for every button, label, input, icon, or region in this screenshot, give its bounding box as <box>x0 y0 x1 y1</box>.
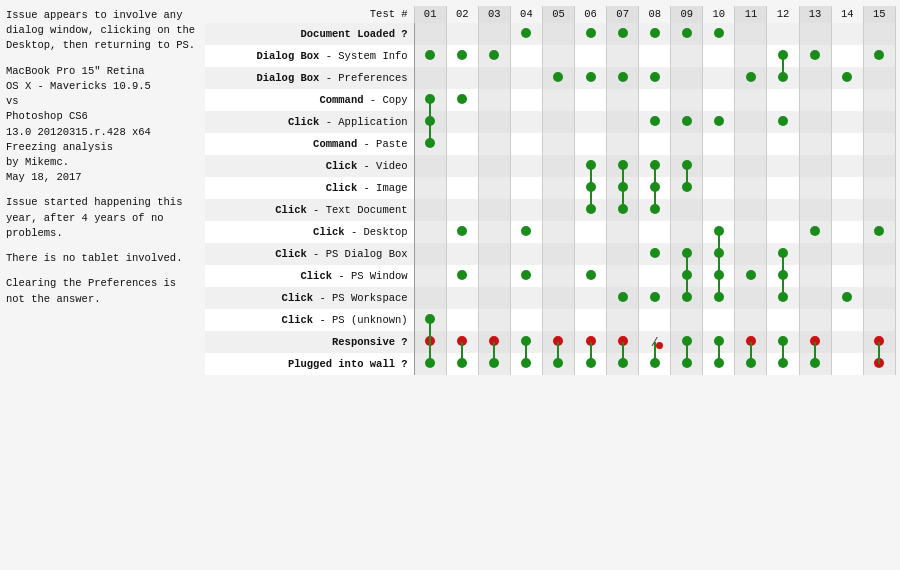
cell-r12-c3 <box>510 287 542 309</box>
cell-r10-c2 <box>478 243 510 265</box>
cell-r9-c0 <box>414 221 446 243</box>
cell-r11-c13 <box>831 265 863 287</box>
cell-r11-c7 <box>639 265 671 287</box>
table-row: Click - PS Window <box>205 265 896 287</box>
cell-r6-c14 <box>863 155 895 177</box>
cell-r4-c1 <box>446 111 478 133</box>
cell-r9-c4 <box>542 221 574 243</box>
cell-r13-c8 <box>671 309 703 331</box>
table-row: Command - Copy <box>205 89 896 111</box>
cell-r10-c3 <box>510 243 542 265</box>
cell-r12-c1 <box>446 287 478 309</box>
table-row: Command - Paste <box>205 133 896 155</box>
cell-r11-c3 <box>510 265 542 287</box>
cell-r11-c6 <box>607 265 639 287</box>
cell-r1-c6 <box>607 45 639 67</box>
column-header-row: Test # 010203040506070809101112131415 <box>205 6 896 23</box>
cell-r7-c13 <box>831 177 863 199</box>
cell-r12-c0 <box>414 287 446 309</box>
green-dot <box>457 50 467 60</box>
connector-line <box>654 188 656 210</box>
row-label-4: Click - Application <box>205 111 414 133</box>
row-label-14: Responsive ? <box>205 331 414 353</box>
issue-note: Issue started happening this year, after… <box>6 195 199 241</box>
row-label-5: Command - Paste <box>205 133 414 155</box>
col-header-14: 14 <box>831 6 863 23</box>
cell-r0-c2 <box>478 23 510 45</box>
cell-r4-c12 <box>799 111 831 133</box>
cell-r2-c8 <box>671 67 703 89</box>
cell-r1-c4 <box>542 45 574 67</box>
cell-r4-c2 <box>478 111 510 133</box>
connector-line <box>750 342 752 364</box>
cell-r8-c12 <box>799 199 831 221</box>
cell-r13-c6 <box>607 309 639 331</box>
cell-r5-c5 <box>575 133 607 155</box>
table-body: Document Loaded ?Dialog Box - System Inf… <box>205 23 896 375</box>
cell-r13-c13 <box>831 309 863 331</box>
green-dot <box>650 28 660 38</box>
col-header-05: 05 <box>542 6 574 23</box>
data-table: Test # 010203040506070809101112131415 Do… <box>205 6 896 375</box>
cell-r5-c11 <box>767 133 799 155</box>
cell-r13-c4 <box>542 309 574 331</box>
cell-r0-c0 <box>414 23 446 45</box>
green-dot <box>874 226 884 236</box>
cell-r6-c1 <box>446 155 478 177</box>
green-dot <box>650 116 660 126</box>
cell-r9-c7 <box>639 221 671 243</box>
cell-r5-c7 <box>639 133 671 155</box>
table-row: Click - PS Dialog Box <box>205 243 896 265</box>
cell-r1-c5 <box>575 45 607 67</box>
cell-r6-c3 <box>510 155 542 177</box>
col-header-07: 07 <box>607 6 639 23</box>
row-label-7: Click - Image <box>205 177 414 199</box>
cell-r3-c1 <box>446 89 478 111</box>
cell-r11-c14 <box>863 265 895 287</box>
green-dot <box>682 116 692 126</box>
green-dot <box>521 28 531 38</box>
cell-r5-c9 <box>703 133 735 155</box>
cell-r12-c7 <box>639 287 671 309</box>
cell-r5-c4 <box>542 133 574 155</box>
cell-r6-c10 <box>735 155 767 177</box>
cell-r5-c2 <box>478 133 510 155</box>
cell-r3-c10 <box>735 89 767 111</box>
table-row: Click - Text Document <box>205 199 896 221</box>
cell-r3-c2 <box>478 89 510 111</box>
table-row: Plugged into wall ? <box>205 353 896 375</box>
cell-r1-c14 <box>863 45 895 67</box>
connector-line <box>686 254 688 276</box>
green-dot <box>618 72 628 82</box>
connector-line <box>590 188 592 210</box>
cell-r11-c10 <box>735 265 767 287</box>
table-row: Click - Video <box>205 155 896 177</box>
green-dot <box>425 50 435 60</box>
cell-r9-c3 <box>510 221 542 243</box>
cell-r3-c8 <box>671 89 703 111</box>
cell-r0-c7 <box>639 23 671 45</box>
row-label-13: Click - PS (unknown) <box>205 309 414 331</box>
cell-r11-c0 <box>414 265 446 287</box>
cell-r1-c7 <box>639 45 671 67</box>
connector-line <box>429 320 431 342</box>
cell-r6-c0 <box>414 155 446 177</box>
red-dot-small <box>656 342 663 349</box>
cell-r13-c3 <box>510 309 542 331</box>
cell-r0-c12 <box>799 23 831 45</box>
cell-r3-c6 <box>607 89 639 111</box>
cell-r2-c2 <box>478 67 510 89</box>
cell-r1-c3 <box>510 45 542 67</box>
cell-r5-c13 <box>831 133 863 155</box>
cell-r10-c12 <box>799 243 831 265</box>
table-row: Click - Desktop <box>205 221 896 243</box>
cell-r6-c4 <box>542 155 574 177</box>
green-dot <box>489 50 499 60</box>
green-dot <box>714 116 724 126</box>
cell-r10-c1 <box>446 243 478 265</box>
cell-r14-c13 <box>831 331 863 353</box>
cell-r2-c3 <box>510 67 542 89</box>
cell-r1-c12 <box>799 45 831 67</box>
col-header-13: 13 <box>799 6 831 23</box>
connector-line <box>782 342 784 364</box>
